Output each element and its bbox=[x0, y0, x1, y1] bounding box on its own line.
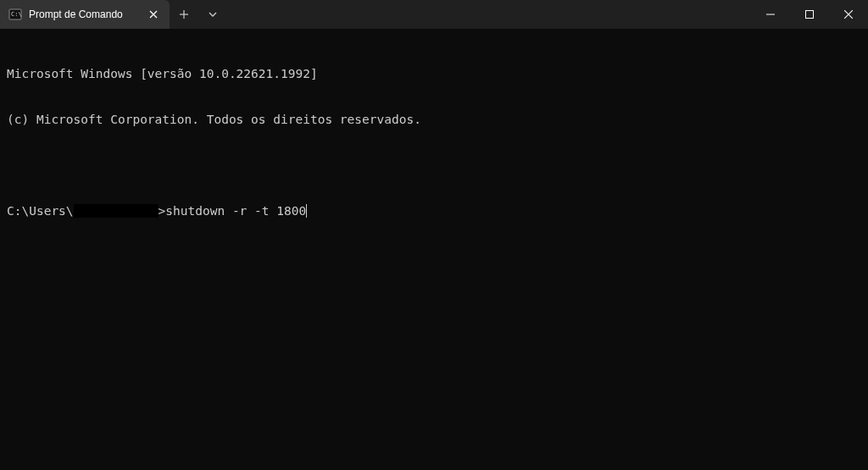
prompt-suffix: > bbox=[159, 203, 166, 218]
svg-rect-7 bbox=[806, 11, 814, 19]
tab-actions bbox=[170, 0, 227, 29]
svg-text:C:\: C:\ bbox=[11, 11, 22, 18]
titlebar-drag-area[interactable] bbox=[227, 0, 751, 29]
cmd-icon: C:\ bbox=[8, 8, 22, 21]
prompt-line: C:\Users\>shutdown -r -t 1800 bbox=[7, 203, 861, 218]
prompt-prefix: C:\Users\ bbox=[7, 203, 74, 218]
close-window-button[interactable] bbox=[829, 0, 868, 29]
command-input[interactable]: shutdown -r -t 1800 bbox=[165, 203, 306, 218]
new-tab-button[interactable] bbox=[170, 0, 198, 29]
maximize-button[interactable] bbox=[790, 0, 829, 29]
output-line-copyright: (c) Microsoft Corporation. Todos os dire… bbox=[7, 112, 861, 127]
tab-dropdown-button[interactable] bbox=[198, 0, 227, 29]
tab-cmd[interactable]: C:\ Prompt de Comando bbox=[0, 0, 170, 29]
terminal-window: C:\ Prompt de Comando bbox=[0, 0, 868, 470]
tab-close-button[interactable] bbox=[146, 7, 161, 22]
titlebar: C:\ Prompt de Comando bbox=[0, 0, 868, 29]
output-blank bbox=[7, 158, 861, 173]
text-cursor bbox=[306, 204, 307, 218]
output-line-version: Microsoft Windows [versão 10.0.22621.199… bbox=[7, 66, 861, 81]
minimize-button[interactable] bbox=[751, 0, 790, 29]
prompt-user-redacted bbox=[74, 204, 159, 218]
terminal-body[interactable]: Microsoft Windows [versão 10.0.22621.199… bbox=[0, 29, 868, 470]
window-controls bbox=[751, 0, 868, 29]
tab-title: Prompt de Comando bbox=[29, 8, 139, 20]
